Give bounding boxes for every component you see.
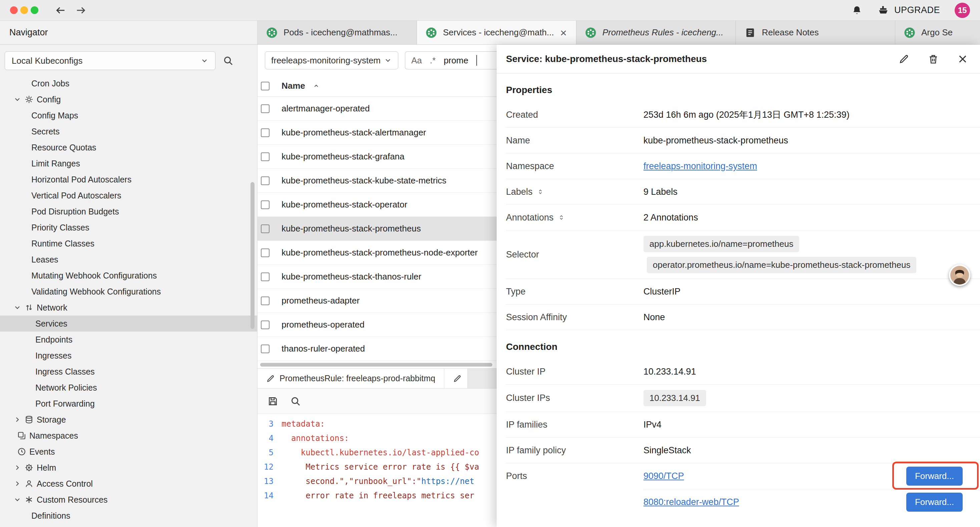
sidebar-search-icon[interactable] (223, 56, 234, 66)
sidebar-item-ingress-classes[interactable]: Ingress Classes (0, 363, 257, 380)
upgrade-button[interactable]: UPGRADE (877, 4, 940, 17)
sidebar-item-helm[interactable]: Helm (0, 460, 257, 476)
tab-label: Pods - icecheng@mathmas... (283, 27, 408, 38)
row-checkbox[interactable] (261, 224, 269, 233)
forward-arrow-icon[interactable] (75, 5, 86, 16)
tab-prometheus-rules-icecheng[interactable]: Prometheus Rules - icecheng... (576, 21, 736, 45)
sidebar-item-limit-ranges[interactable]: Limit Ranges (0, 155, 257, 172)
tab-release-notes[interactable]: Release Notes (736, 21, 895, 45)
row-checkbox[interactable] (261, 128, 269, 137)
close-icon[interactable] (957, 54, 968, 64)
navigator-panel-header[interactable]: Navigator (0, 21, 258, 45)
user-avatar[interactable] (949, 264, 970, 286)
row-checkbox[interactable] (261, 320, 269, 329)
detail-row-ip-family-policy: IP family policySingleStack (506, 438, 980, 463)
sidebar-item-resource-quotas[interactable]: Resource Quotas (0, 139, 257, 155)
row-checkbox[interactable] (261, 272, 269, 281)
table-row-kube-prometheus-stack-alertmanager[interactable]: kube-prometheus-stack-alertmanager (258, 121, 497, 145)
table-row-thanos-ruler-operated[interactable]: thanos-ruler-operated (258, 337, 497, 361)
name-column-header[interactable]: Name (282, 81, 305, 91)
detail-label-text: Selector (506, 250, 539, 260)
sidebar-item-access-control[interactable]: Access Control (0, 476, 257, 492)
sidebar-item-cron-jobs[interactable]: Cron Jobs (0, 75, 257, 91)
editor-search-icon[interactable] (290, 396, 301, 407)
notifications-bell-icon[interactable] (851, 5, 862, 16)
sidebar-item-horizontal-pod-autoscalers[interactable]: Horizontal Pod Autoscalers (0, 172, 257, 188)
sidebar-item-pod-disruption-budgets[interactable]: Pod Disruption Budgets (0, 204, 257, 220)
row-checkbox[interactable] (261, 296, 269, 305)
sidebar-item-network-policies[interactable]: Network Policies (0, 380, 257, 396)
tab-argo-se[interactable]: Argo Se (895, 21, 980, 45)
close-tab-icon[interactable]: × (559, 27, 567, 38)
dock-tab-prometheusrule[interactable]: PrometheusRule: freeleaps-prod-rabbitmq (258, 369, 444, 388)
sidebar-scrollbar[interactable] (250, 182, 255, 329)
table-row-kube-prometheus-stack-grafana[interactable]: kube-prometheus-stack-grafana (258, 145, 497, 169)
namespace-select[interactable]: freeleaps-monitoring-system (265, 51, 398, 69)
tab-services-icecheng-math[interactable]: Services - icecheng@math...× (417, 21, 576, 45)
sidebar-item-mutating-webhook-configurations[interactable]: Mutating Webhook Configurations (0, 267, 257, 283)
table-row-prometheus-adapter[interactable]: prometheus-adapter (258, 289, 497, 313)
sidebar-item-priority-classes[interactable]: Priority Classes (0, 220, 257, 236)
row-checkbox[interactable] (261, 177, 269, 185)
row-checkbox[interactable] (261, 201, 269, 209)
sidebar-item-events[interactable]: Events (0, 444, 257, 460)
yaml-editor[interactable]: 3metadata:4 annotations:5 kubectl.kubern… (258, 414, 497, 527)
sidebar-item-secrets[interactable]: Secrets (0, 123, 257, 139)
forward-button[interactable]: Forward... (906, 493, 963, 512)
sidebar-item-ingresses[interactable]: Ingresses (0, 347, 257, 363)
row-checkbox[interactable] (261, 153, 269, 161)
chevron-right-icon (13, 480, 21, 488)
notification-count-badge[interactable]: 15 (955, 3, 970, 18)
sidebar-item-vertical-pod-autoscalers[interactable]: Vertical Pod Autoscalers (0, 188, 257, 204)
select-all-checkbox[interactable] (261, 82, 269, 91)
detail-label: Type (506, 287, 643, 297)
table-row-kube-prometheus-stack-operator[interactable]: kube-prometheus-stack-operator (258, 193, 497, 217)
close-window-button[interactable] (10, 6, 18, 14)
port-link[interactable]: 8080:reloader-web/TCP (643, 497, 739, 507)
tab-pods-icecheng-mathmas[interactable]: Pods - icecheng@mathmas... (258, 21, 417, 45)
match-case-toggle[interactable]: Aa (411, 56, 422, 66)
horizontal-scrollbar-thumb[interactable] (260, 363, 492, 366)
sidebar-item-label: Validating Webhook Configurations (31, 287, 161, 296)
sidebar-item-storage[interactable]: Storage (0, 412, 257, 428)
section-heading-properties: Properties (497, 73, 980, 102)
table-row-kube-prometheus-stack-prometheus-node-ex[interactable]: kube-prometheus-stack-prometheus-node-ex… (258, 241, 497, 265)
table-row-kube-prometheus-stack-thanos-ruler[interactable]: kube-prometheus-stack-thanos-ruler (258, 265, 497, 289)
sidebar-item-runtime-classes[interactable]: Runtime Classes (0, 236, 257, 252)
row-checkbox[interactable] (261, 104, 269, 113)
sidebar-item-custom-resources[interactable]: Custom Resources (0, 492, 257, 508)
sidebar-item-validating-webhook-configurations[interactable]: Validating Webhook Configurations (0, 283, 257, 299)
sidebar-item-endpoints[interactable]: Endpoints (0, 331, 257, 347)
row-checkbox[interactable] (261, 248, 269, 257)
sidebar-item-config[interactable]: Config (0, 91, 257, 107)
minimize-window-button[interactable] (20, 6, 28, 14)
namespace-link[interactable]: freeleaps-monitoring-system (643, 161, 757, 172)
sidebar-item-leases[interactable]: Leases (0, 252, 257, 267)
maximize-window-button[interactable] (31, 6, 38, 14)
dock-tab-partial[interactable] (444, 369, 468, 388)
sidebar-item-network[interactable]: Network (0, 299, 257, 315)
sidebar-item-config-maps[interactable]: Config Maps (0, 107, 257, 123)
code-token (282, 477, 305, 486)
sidebar-item-namespaces[interactable]: Namespaces (0, 428, 257, 444)
table-row-kube-prometheus-stack-kube-state-metrics[interactable]: kube-prometheus-stack-kube-state-metrics (258, 169, 497, 193)
table-row-kube-prometheus-stack-prometheus[interactable]: kube-prometheus-stack-prometheus (258, 217, 497, 241)
port-link[interactable]: 9090/TCP (643, 471, 684, 481)
sidebar-item-port-forwarding[interactable]: Port Forwarding (0, 396, 257, 412)
back-arrow-icon[interactable] (55, 5, 66, 16)
save-icon[interactable] (267, 396, 278, 407)
delete-trash-icon[interactable] (928, 54, 939, 64)
list-search-input[interactable]: Aa .* prome (405, 51, 497, 69)
edit-pencil-icon[interactable] (899, 54, 909, 64)
row-checkbox[interactable] (261, 345, 269, 353)
horizontal-scrollbar[interactable] (258, 361, 497, 368)
kubeconfig-select[interactable]: Local Kubeconfigs (5, 51, 215, 70)
regex-toggle[interactable]: .* (430, 56, 436, 66)
table-row-prometheus-operated[interactable]: prometheus-operated (258, 313, 497, 337)
sidebar-item-definitions[interactable]: Definitions (0, 508, 257, 524)
sidebar-item-services[interactable]: Services (0, 315, 257, 331)
table-row-alertmanager-operated[interactable]: alertmanager-operated (258, 97, 497, 121)
sort-ascending-icon[interactable] (313, 83, 320, 90)
forward-button[interactable]: Forward... (906, 466, 963, 486)
badge-stack: app.kubernetes.io/name=prometheusoperato… (643, 231, 916, 279)
